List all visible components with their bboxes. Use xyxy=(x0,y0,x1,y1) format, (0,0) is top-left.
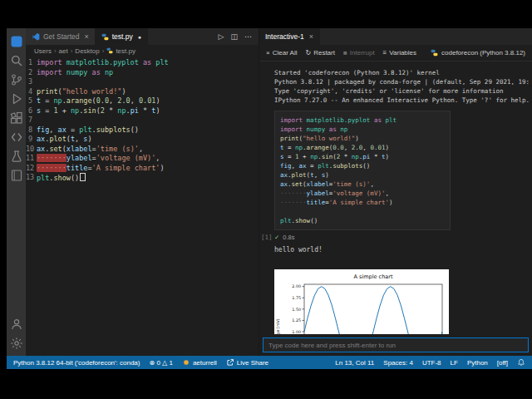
activity-bar-bottom xyxy=(7,314,26,352)
indentation[interactable]: Spaces: 4 xyxy=(383,359,413,367)
run-debug-icon[interactable] xyxy=(7,89,26,108)
cell-duration: 0.8s xyxy=(283,234,294,241)
bell-icon xyxy=(517,358,525,367)
svg-text:2.00: 2.00 xyxy=(292,284,301,288)
orange-dot-icon xyxy=(182,358,190,367)
more-actions-button[interactable]: ⋯ xyxy=(244,32,252,41)
problems[interactable]: ⊗ 0 △ 1 xyxy=(149,359,172,367)
activity-bar-top xyxy=(7,32,26,314)
interactive-input-box[interactable] xyxy=(263,337,529,352)
svg-text:1.00: 1.00 xyxy=(292,330,301,334)
kernel-picker[interactable]: codeforecon (Python 3.8.12) xyxy=(431,49,525,57)
status-bar: Python 3.8.12 64-bit ('codeforecon': con… xyxy=(7,356,532,369)
code-line: 2import numpy as np xyxy=(26,68,259,78)
code-line: 13plt.show() xyxy=(26,173,259,183)
text-cursor xyxy=(80,173,86,181)
tab-label: Get Started xyxy=(43,32,79,41)
code-line: 5t = np.arange(0.0, 2.0, 0.01) xyxy=(26,96,259,106)
code-line xyxy=(280,207,445,216)
status-bar-left: Python 3.8.12 64-bit ('codeforecon': con… xyxy=(13,358,268,367)
status-bar-right: Ln 13, Col 11Spaces: 4UTF-8LFPython[off] xyxy=(335,358,525,367)
svg-text:1.25: 1.25 xyxy=(292,318,301,323)
line-number: 1 xyxy=(26,58,37,68)
code-line: ·······ylabel='voltage (mV)', xyxy=(280,189,445,198)
tab-test-py[interactable]: test.py ● xyxy=(96,28,148,45)
desktop-background: Get Started × test.py ● ▷ ◫ ⋯ Users›aet›… xyxy=(0,0,532,399)
breadcrumb-item[interactable]: aet xyxy=(59,47,68,55)
variables-button[interactable]: ≡Variables xyxy=(383,49,416,57)
code-line: 10ax.set(xlabel='time (s)', xyxy=(26,145,259,155)
cursor-position[interactable]: Ln 13, Col 11 xyxy=(335,359,374,367)
source-control-icon[interactable] xyxy=(7,70,26,89)
modified-dot-icon[interactable]: ● xyxy=(138,34,141,40)
encoding[interactable]: UTF-8 xyxy=(422,359,441,367)
tab-get-started[interactable]: Get Started × xyxy=(26,28,96,45)
python-interpreter[interactable]: Python 3.8.12 64-bit ('codeforecon': con… xyxy=(13,359,140,367)
activity-bar xyxy=(7,28,26,356)
clear-all-button[interactable]: ×Clear All xyxy=(266,49,297,57)
code-line: fig, ax = plt.subplots() xyxy=(280,161,445,170)
live-share-account[interactable]: aeturrell xyxy=(182,358,217,367)
live-share[interactable]: Live Share xyxy=(226,358,268,367)
line-number: 7 xyxy=(26,116,37,126)
split-editor-button[interactable]: ◫ xyxy=(230,32,238,41)
chart-output: A simple chart2.001.751.501.251.000.750.… xyxy=(274,269,449,334)
restart-kernel-button[interactable]: ↻Restart xyxy=(305,49,335,57)
svg-text:A simple chart: A simple chart xyxy=(354,273,393,280)
cell-status: [1] ✓ 0.8s xyxy=(261,234,529,241)
editor-tab-bar: Get Started × test.py ● ▷ ◫ ⋯ xyxy=(26,28,259,45)
screencast-mode[interactable]: [off] xyxy=(497,359,508,367)
get-started-icon xyxy=(32,32,40,41)
breadcrumb-item[interactable]: test.py xyxy=(116,47,135,55)
svg-text:1.75: 1.75 xyxy=(292,296,301,300)
eol-sequence[interactable]: LF xyxy=(451,359,458,367)
code-line: 8fig, ax = plt.subplots() xyxy=(26,126,259,135)
close-icon[interactable]: × xyxy=(84,32,88,41)
account-icon[interactable] xyxy=(7,314,26,333)
explorer-icon[interactable] xyxy=(7,32,26,51)
line-number: 9 xyxy=(26,135,37,145)
notifications[interactable] xyxy=(517,358,525,367)
vscode-window: Get Started × test.py ● ▷ ◫ ⋯ Users›aet›… xyxy=(7,28,532,369)
interactive-tab-bar: Interactive-1 × xyxy=(259,28,532,45)
variables-icon: ≡ xyxy=(383,49,387,57)
line-number: 5 xyxy=(26,96,37,106)
notebook-icon[interactable] xyxy=(7,165,26,185)
clear-all-icon: × xyxy=(266,49,270,57)
remote-icon[interactable] xyxy=(7,127,26,146)
interactive-window-pane: Interactive-1 × ×Clear All↻Restart■Inter… xyxy=(259,28,532,356)
chevron-right-icon: › xyxy=(71,47,73,55)
chevron-right-icon: › xyxy=(54,47,57,55)
editor-code[interactable]: 1import matplotlib.pyplot as plt2import … xyxy=(26,57,259,356)
tab-interactive-1[interactable]: Interactive-1 × xyxy=(259,28,320,45)
kernel-output: Started 'codeforecon (Python 3.8.12)' ke… xyxy=(261,68,529,105)
settings-icon[interactable] xyxy=(7,333,26,352)
search-icon[interactable] xyxy=(7,51,26,70)
cell-code[interactable]: import matplotlib.pyplot as pltimport nu… xyxy=(274,111,451,230)
testing-icon[interactable] xyxy=(7,146,26,165)
line-number: 2 xyxy=(26,68,37,78)
restart-kernel-icon: ↻ xyxy=(305,49,311,57)
line-number: 8 xyxy=(26,126,37,135)
cell-gutter xyxy=(261,111,274,230)
success-check-icon: ✓ xyxy=(274,234,279,241)
close-icon[interactable]: × xyxy=(309,32,313,41)
kernel-output-line: Python 3.8.12 | packaged by conda-forge … xyxy=(274,77,529,86)
code-line: t = np.arange(0.0, 2.0, 0.01) xyxy=(280,143,445,152)
breadcrumb-item[interactable]: Users xyxy=(34,47,52,55)
matplotlib-figure: A simple chart2.001.751.501.251.000.750.… xyxy=(274,269,449,334)
language-mode[interactable]: Python xyxy=(467,359,488,367)
code-input[interactable] xyxy=(264,342,528,349)
interrupt-kernel-button: ■Interrupt xyxy=(343,49,375,57)
breadcrumb-item[interactable]: Desktop xyxy=(75,47,99,55)
run-python-file-button[interactable]: ▷ xyxy=(219,32,224,41)
line-number: 6 xyxy=(26,106,37,116)
code-line: 12·······title='A simple chart') xyxy=(26,164,259,174)
code-line: ·······title='A simple chart') xyxy=(280,198,445,207)
code-cell[interactable]: import matplotlib.pyplot as pltimport nu… xyxy=(261,111,529,230)
line-number: 11 xyxy=(26,154,37,164)
code-line: print("hello world!") xyxy=(280,134,445,143)
breadcrumb[interactable]: Users›aet›Desktop›test.py xyxy=(26,45,259,57)
extensions-icon[interactable] xyxy=(7,108,26,127)
interactive-toolbar: ×Clear All↻Restart■Interrupt≡Variablesco… xyxy=(259,45,532,62)
